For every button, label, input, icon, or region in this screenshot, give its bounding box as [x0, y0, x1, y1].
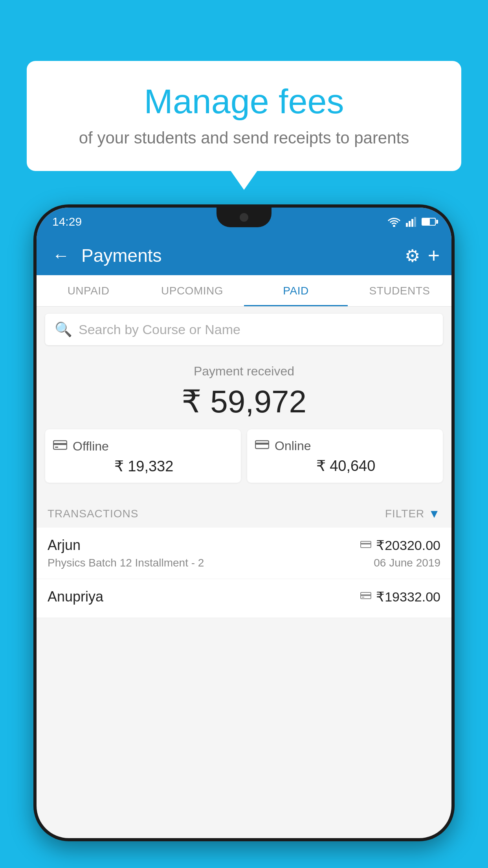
- app-bar-icons: ⚙ +: [405, 244, 440, 267]
- payment-total-amount: ₹ 59,972: [37, 383, 451, 420]
- status-time: 14:29: [52, 215, 82, 228]
- payment-summary: Payment received ₹ 59,972: [37, 352, 451, 500]
- tab-upcoming[interactable]: UPCOMING: [140, 275, 244, 306]
- search-container: 🔍 Search by Course or Name: [37, 307, 451, 352]
- payment-cards: Offline ₹ 19,332: [37, 429, 451, 492]
- wifi-icon: [388, 217, 400, 227]
- tab-paid[interactable]: PAID: [244, 275, 348, 306]
- battery-icon: [422, 218, 436, 226]
- transaction-list: Arjun ₹20320.00 Physics: [37, 528, 451, 618]
- online-payment-card: Online ₹ 40,640: [247, 429, 443, 483]
- tab-unpaid[interactable]: UNPAID: [37, 275, 140, 306]
- transaction-amount: ₹19332.00: [376, 589, 440, 605]
- offline-payment-icon: [360, 590, 371, 603]
- offline-label: Offline: [73, 439, 109, 454]
- tabs: UNPAID UPCOMING PAID STUDENTS: [37, 275, 451, 307]
- svg-rect-4: [414, 217, 416, 227]
- svg-rect-3: [411, 219, 413, 227]
- svg-rect-6: [53, 443, 67, 445]
- speech-bubble: Manage fees of your students and send re…: [27, 61, 461, 171]
- status-icons: [388, 217, 436, 227]
- camera-dot: [240, 213, 248, 222]
- offline-icon: [53, 439, 67, 454]
- svg-rect-1: [406, 223, 408, 227]
- search-icon: 🔍: [55, 321, 72, 338]
- phone-screen: 14:29: [37, 208, 451, 838]
- transaction-amount: ₹20320.00: [376, 537, 440, 553]
- online-payment-icon: [360, 539, 371, 552]
- transaction-name: Anupriya: [48, 588, 103, 605]
- table-row[interactable]: Anupriya ₹19332.00: [37, 579, 451, 618]
- svg-rect-2: [409, 221, 411, 227]
- offline-payment-card: Offline ₹ 19,332: [45, 429, 241, 483]
- online-icon: [255, 439, 269, 453]
- search-bar[interactable]: 🔍 Search by Course or Name: [45, 314, 443, 345]
- back-button[interactable]: ←: [48, 242, 73, 269]
- filter-button[interactable]: FILTER ▼: [385, 507, 440, 520]
- transaction-course: Physics Batch 12 Installment - 2: [48, 557, 204, 569]
- phone-container: 14:29: [33, 204, 455, 868]
- svg-rect-9: [255, 443, 269, 445]
- online-label: Online: [275, 439, 311, 453]
- app-bar: ← Payments ⚙ +: [37, 236, 451, 275]
- phone: 14:29: [33, 204, 455, 841]
- online-amount: ₹ 40,640: [255, 457, 435, 474]
- notch: [216, 208, 272, 227]
- filter-icon: ▼: [428, 507, 440, 520]
- manage-fees-title: Manage fees: [50, 83, 438, 121]
- transaction-amount-wrap: ₹19332.00: [360, 589, 440, 605]
- offline-amount: ₹ 19,332: [53, 458, 233, 475]
- add-icon[interactable]: +: [428, 244, 440, 267]
- transactions-header: TRANSACTIONS FILTER ▼: [37, 500, 451, 528]
- manage-fees-subtitle: of your students and send receipts to pa…: [50, 129, 438, 147]
- table-row[interactable]: Arjun ₹20320.00 Physics: [37, 528, 451, 579]
- svg-rect-11: [361, 543, 371, 544]
- payment-received-label: Payment received: [37, 364, 451, 379]
- svg-rect-13: [361, 594, 371, 596]
- signal-icon: [406, 217, 416, 227]
- app-bar-title: Payments: [81, 245, 397, 266]
- transactions-label: TRANSACTIONS: [48, 508, 138, 520]
- status-bar: 14:29: [37, 208, 451, 236]
- svg-point-0: [393, 225, 395, 227]
- transaction-date: 06 June 2019: [374, 557, 440, 569]
- tab-students[interactable]: STUDENTS: [348, 275, 451, 306]
- search-placeholder: Search by Course or Name: [79, 322, 240, 337]
- transaction-amount-wrap: ₹20320.00: [360, 537, 440, 553]
- settings-icon[interactable]: ⚙: [405, 246, 420, 266]
- svg-rect-14: [362, 597, 364, 598]
- transaction-name: Arjun: [48, 537, 81, 554]
- svg-rect-7: [55, 447, 58, 448]
